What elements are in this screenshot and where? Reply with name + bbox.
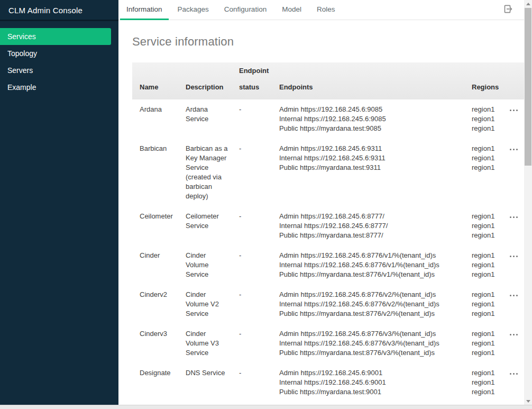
column-header-actions <box>509 95 524 99</box>
ellipsis-icon <box>509 370 519 377</box>
tab-roles[interactable]: Roles <box>310 0 342 20</box>
table-row: BarbicanBarbican as a Key Manager Servic… <box>132 139 524 206</box>
sidebar: CLM Admin Console ServicesTopologyServer… <box>0 0 118 405</box>
service-endpoints: Admin https://192.168.245.6:9311Internal… <box>279 144 472 201</box>
service-description: DNS Service <box>186 368 239 397</box>
ellipsis-icon <box>509 107 519 113</box>
region-line: region1 <box>472 368 503 378</box>
endpoint-status: - <box>239 290 279 319</box>
scrollbar-thumb[interactable] <box>525 8 531 166</box>
service-regions: region1region1region1 <box>472 368 509 397</box>
sidebar-item-servers[interactable]: Servers <box>0 62 111 79</box>
endpoint-line: Internal https://192.168.245.6:9001 <box>279 378 466 387</box>
service-description: Barbican as a Key Manager Service (creat… <box>186 144 239 201</box>
ellipsis-icon <box>509 214 519 220</box>
endpoint-line: Admin https://192.168.245.6:8777/ <box>279 212 466 221</box>
region-line: region1 <box>472 260 503 270</box>
sidebar-item-example[interactable]: Example <box>0 79 111 96</box>
service-endpoints: Admin https://192.168.245.6:9001Internal… <box>279 368 472 397</box>
row-actions-menu[interactable] <box>509 212 524 240</box>
ellipsis-icon <box>509 331 519 338</box>
service-name: Ceilometer <box>140 212 186 240</box>
endpoint-line: Public https://myardana.test:9001 <box>279 387 466 397</box>
region-line: region1 <box>472 299 503 309</box>
service-endpoints: Admin https://192.168.245.6:9085Internal… <box>279 105 472 133</box>
tab-bar: InformationPackagesConfigurationModelRol… <box>118 0 532 20</box>
table-body: ArdanaArdana Service-Admin https://192.1… <box>132 99 524 402</box>
service-description: Cinder Volume Service <box>186 251 239 279</box>
table-row: Cinderv3Cinder Volume V3 Service-Admin h… <box>132 324 524 363</box>
region-line: region1 <box>472 114 503 124</box>
endpoint-line: Internal https://192.168.245.6:8776/v3/%… <box>279 339 466 348</box>
region-line: region1 <box>472 329 503 339</box>
service-name: Ardana <box>140 105 186 133</box>
region-line: region1 <box>472 309 503 319</box>
service-name: Cinder <box>140 251 186 279</box>
region-line: region1 <box>472 124 503 133</box>
sidebar-item-topology[interactable]: Topology <box>0 45 111 62</box>
service-regions: region1region1region1 <box>472 329 509 358</box>
row-actions-menu[interactable] <box>509 105 524 133</box>
vertical-scrollbar[interactable] <box>524 0 532 405</box>
endpoint-line: Public https://myardana.test:9311 <box>279 163 466 172</box>
region-line: region1 <box>472 348 503 358</box>
row-actions-menu[interactable] <box>509 368 524 397</box>
endpoint-line: Internal https://192.168.245.6:8776/v1/%… <box>279 260 466 270</box>
service-regions: region1region1region1 <box>472 251 509 279</box>
endpoint-line: Admin https://192.168.245.6:8776/v3/%(te… <box>279 329 466 339</box>
ellipsis-icon <box>509 253 519 259</box>
endpoint-status: - <box>239 105 279 133</box>
services-table: Name Description Endpoint status Endpoin… <box>132 62 524 402</box>
logout-button[interactable] <box>502 4 514 16</box>
service-name: Designate <box>140 368 186 397</box>
table-row: DesignateDNS Service-Admin https://192.1… <box>132 363 524 402</box>
region-line: region1 <box>472 378 503 387</box>
service-description: Ceilometer Service <box>186 212 239 240</box>
region-line: region1 <box>472 105 503 114</box>
endpoint-status: - <box>239 368 279 397</box>
scroll-down-arrow-icon[interactable] <box>526 400 530 403</box>
service-endpoints: Admin https://192.168.245.6:8776/v3/%(te… <box>279 329 472 358</box>
tab-information[interactable]: Information <box>120 0 169 20</box>
endpoint-line: Admin https://192.168.245.6:8776/v1/%(te… <box>279 251 466 260</box>
endpoint-line: Admin https://192.168.245.6:9001 <box>279 368 466 378</box>
endpoint-status: - <box>239 212 279 240</box>
service-description: Cinder Volume V3 Service <box>186 329 239 358</box>
service-regions: region1region1region1 <box>472 144 509 201</box>
service-name: Barbican <box>140 144 186 201</box>
row-actions-menu[interactable] <box>509 329 524 358</box>
region-line: region1 <box>472 387 503 397</box>
row-actions-menu[interactable] <box>509 251 524 279</box>
region-line: region1 <box>472 231 503 240</box>
app-window: CLM Admin Console ServicesTopologyServer… <box>0 0 532 405</box>
tabs: InformationPackagesConfigurationModelRol… <box>120 0 344 20</box>
region-line: region1 <box>472 153 503 163</box>
table-row: ArdanaArdana Service-Admin https://192.1… <box>132 99 524 139</box>
sidebar-item-services[interactable]: Services <box>0 28 111 45</box>
column-header-endpoints: Endpoints <box>279 79 472 99</box>
service-description: Cinder Volume V2 Service <box>186 290 239 319</box>
region-line: region1 <box>472 251 503 260</box>
row-actions-menu[interactable] <box>509 144 524 201</box>
tab-packages[interactable]: Packages <box>171 0 215 20</box>
content: Service information Name Description End… <box>118 20 532 402</box>
endpoint-line: Admin https://192.168.245.6:9085 <box>279 105 466 114</box>
column-header-description: Description <box>186 79 239 99</box>
column-header-endpoint-status: Endpoint status <box>239 62 279 99</box>
scroll-up-arrow-icon[interactable] <box>526 3 530 5</box>
row-actions-menu[interactable] <box>509 290 524 319</box>
tab-configuration[interactable]: Configuration <box>218 0 273 20</box>
endpoint-line: Public https://myardana.test:8776/v2/%(t… <box>279 309 466 319</box>
region-line: region1 <box>472 212 503 221</box>
ellipsis-icon <box>509 146 519 152</box>
service-endpoints: Admin https://192.168.245.6:8776/v2/%(te… <box>279 290 472 319</box>
region-line: region1 <box>472 221 503 231</box>
page-title: Service information <box>132 35 532 49</box>
tab-model[interactable]: Model <box>276 0 308 20</box>
service-regions: region1region1region1 <box>472 212 509 240</box>
column-header-regions: Regions <box>472 79 509 99</box>
horizontal-scrollbar[interactable] <box>0 405 532 409</box>
table-row: CeilometerCeilometer Service-Admin https… <box>132 206 524 246</box>
endpoint-status: - <box>239 329 279 358</box>
service-endpoints: Admin https://192.168.245.6:8776/v1/%(te… <box>279 251 472 279</box>
